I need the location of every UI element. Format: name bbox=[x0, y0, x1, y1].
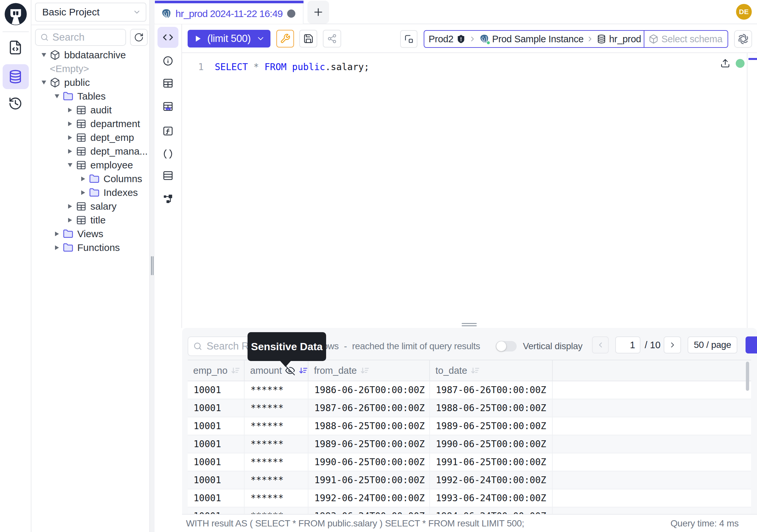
sensitive-data-tooltip: Sensitive Data bbox=[248, 332, 326, 361]
tree-item-empty[interactable]: <Empty> bbox=[31, 62, 150, 76]
rail-tables[interactable] bbox=[158, 73, 178, 94]
rail-info[interactable] bbox=[158, 50, 178, 72]
chevron-collapsed-icon[interactable] bbox=[66, 216, 75, 225]
tree-item-dept-mana[interactable]: dept_mana... bbox=[31, 144, 150, 158]
project-selector[interactable]: Basic Project bbox=[35, 3, 146, 22]
unsaved-dot bbox=[287, 10, 295, 18]
schema-selector[interactable]: Select schema bbox=[644, 31, 728, 47]
activity-bar bbox=[0, 0, 31, 532]
tab-worksheet[interactable]: hr_prod 2024-11-22 16:49 bbox=[155, 3, 304, 24]
table-row[interactable]: 10001******1986-06-26T00:00:00Z1987-06-2… bbox=[188, 381, 751, 399]
sort-desc-icon[interactable] bbox=[470, 365, 480, 375]
chevron-collapsed-icon[interactable] bbox=[66, 202, 75, 211]
table-row[interactable]: 10001******1993-06-24T00:00:00Z1994-06-2… bbox=[188, 508, 751, 514]
batch-query-button[interactable] bbox=[400, 30, 417, 48]
next-page-button[interactable] bbox=[664, 336, 681, 354]
chevron-expanded-icon[interactable] bbox=[66, 161, 75, 170]
table-scrollbar[interactable] bbox=[746, 362, 749, 391]
sidebar-resize-handle[interactable] bbox=[150, 0, 155, 532]
tooltip-text: Sensitive Data bbox=[251, 341, 323, 353]
ai-assistant-button[interactable] bbox=[734, 30, 752, 48]
tree-item-indexes[interactable]: Indexes bbox=[31, 186, 150, 200]
rail-external-tables[interactable] bbox=[158, 165, 178, 186]
sort-desc-icon[interactable] bbox=[230, 365, 240, 375]
chevron-collapsed-icon[interactable] bbox=[66, 106, 75, 115]
chevron-collapsed-icon[interactable] bbox=[52, 229, 62, 238]
rail-schema-diagram[interactable] bbox=[158, 188, 178, 209]
export-button[interactable] bbox=[745, 336, 757, 354]
chevron-collapsed-icon[interactable] bbox=[78, 188, 88, 197]
schema-cube-icon bbox=[50, 77, 60, 88]
chevron-collapsed-icon[interactable] bbox=[66, 133, 75, 142]
tree-item-tables[interactable]: Tables bbox=[31, 89, 150, 103]
rail-procedures[interactable] bbox=[158, 143, 178, 165]
sql-token bbox=[248, 62, 254, 73]
cell bbox=[553, 471, 751, 489]
chevron-expanded-icon[interactable] bbox=[52, 92, 62, 101]
nav-history[interactable] bbox=[0, 96, 31, 111]
tree-item-dept-emp[interactable]: dept_emp bbox=[31, 131, 150, 144]
handle-line bbox=[151, 256, 152, 275]
table-row[interactable]: 10001******1989-06-25T00:00:00Z1990-06-2… bbox=[188, 435, 751, 454]
tree-item-columns[interactable]: Columns bbox=[31, 172, 150, 186]
rail-functions[interactable] bbox=[158, 121, 178, 141]
refresh-button[interactable] bbox=[130, 29, 148, 46]
chevron-collapsed-icon[interactable] bbox=[66, 119, 75, 128]
run-query-button[interactable]: (limit 500) bbox=[188, 30, 270, 47]
tree-item-department[interactable]: department bbox=[31, 117, 150, 131]
rail-masked-data[interactable] bbox=[158, 96, 178, 117]
bytebase-logo[interactable] bbox=[4, 2, 27, 26]
column-header-amount[interactable]: amount bbox=[245, 360, 308, 381]
sort-desc-icon[interactable] bbox=[360, 365, 370, 375]
chevron-expanded-icon[interactable] bbox=[39, 78, 48, 87]
tree-item-bbdataarchive[interactable]: bbdataarchive bbox=[31, 48, 150, 62]
tree-item-views[interactable]: Views bbox=[31, 227, 150, 241]
tree-item-public[interactable]: public bbox=[31, 76, 150, 89]
project-name: Basic Project bbox=[42, 7, 133, 18]
column-header-to_date[interactable]: to_date bbox=[430, 360, 553, 381]
prev-page-button[interactable] bbox=[592, 336, 609, 354]
tree-item-label: dept_mana... bbox=[90, 146, 148, 157]
save-button[interactable] bbox=[299, 30, 317, 47]
upload-icon[interactable] bbox=[720, 58, 730, 68]
history-icon bbox=[8, 96, 23, 111]
page-number-input[interactable]: 1 bbox=[615, 336, 640, 354]
chevron-collapsed-icon[interactable] bbox=[66, 147, 75, 156]
tree-item-salary[interactable]: salary bbox=[31, 200, 150, 213]
table-row[interactable]: 10001******1990-06-25T00:00:00Z1991-06-2… bbox=[188, 454, 751, 471]
vertical-display-toggle[interactable] bbox=[496, 341, 517, 352]
table-icon bbox=[76, 119, 86, 129]
column-label: to_date bbox=[436, 365, 467, 376]
limit-note: reached the limit of query results bbox=[352, 341, 480, 352]
sort-desc-icon[interactable] bbox=[298, 365, 308, 375]
column-label: emp_no bbox=[193, 365, 227, 376]
tree-item-title[interactable]: title bbox=[31, 213, 150, 227]
tree-item-functions[interactable]: Functions bbox=[31, 241, 150, 255]
user-avatar[interactable]: DE bbox=[736, 4, 752, 20]
connection-selector[interactable]: Prod2 Prod Sample Instance hr_prod bbox=[424, 31, 644, 47]
table-row[interactable]: 10001******1991-06-25T00:00:00Z1992-06-2… bbox=[188, 471, 751, 489]
table-row[interactable]: 10001******1988-06-25T00:00:00Z1989-06-2… bbox=[188, 417, 751, 435]
page-size-select[interactable]: 50 / page bbox=[687, 336, 737, 354]
table-row[interactable]: 10001******1992-06-24T00:00:00Z1993-06-2… bbox=[188, 489, 751, 508]
chevron-expanded-icon[interactable] bbox=[39, 50, 48, 60]
new-tab-button[interactable] bbox=[308, 1, 329, 24]
query-settings-button[interactable] bbox=[276, 30, 294, 47]
results-resize-handle[interactable] bbox=[462, 323, 477, 327]
tree-item-audit[interactable]: audit bbox=[31, 103, 150, 117]
results-panel: Search Results 500 rows - reached the li… bbox=[182, 328, 757, 532]
cell: 1994-06-24T00:00:00Z bbox=[430, 508, 553, 514]
table-row[interactable]: 10001******1987-06-26T00:00:00Z1988-06-2… bbox=[188, 399, 751, 417]
column-header-emp_no[interactable]: emp_no bbox=[188, 360, 245, 381]
rail-code[interactable] bbox=[158, 27, 178, 48]
chevron-collapsed-icon[interactable] bbox=[78, 174, 88, 183]
nav-databases[interactable] bbox=[0, 64, 31, 89]
sidebar-search-input[interactable]: Search bbox=[35, 29, 126, 46]
nav-worksheets[interactable] bbox=[0, 40, 31, 55]
sql-editor[interactable]: 1 SELECT * FROM public.salary; bbox=[182, 53, 757, 328]
column-header-from_date[interactable]: from_date bbox=[308, 360, 430, 381]
tree-item-employee[interactable]: employee bbox=[31, 158, 150, 172]
cell: ****** bbox=[245, 471, 308, 489]
chevron-collapsed-icon[interactable] bbox=[52, 243, 62, 252]
share-button[interactable] bbox=[323, 30, 341, 47]
